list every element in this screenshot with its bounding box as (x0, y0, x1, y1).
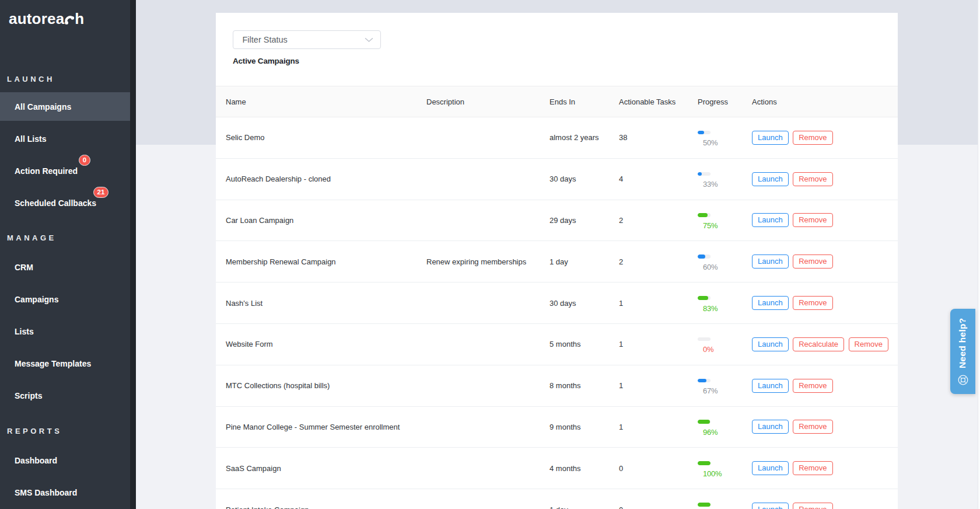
nav-section-launch: LAUNCH All Campaigns All Lists Action Re… (0, 75, 130, 217)
progress-track (698, 172, 710, 176)
remove-button[interactable]: Remove (793, 131, 832, 145)
launch-button[interactable]: Launch (752, 131, 789, 145)
recalculate-button[interactable]: Recalculate (793, 337, 844, 351)
sidebar-item-label: Dashboard (15, 456, 57, 465)
page-scrollbar[interactable] (978, 0, 980, 509)
progress-fill (698, 296, 708, 300)
badge-scheduled-callbacks: 21 (93, 187, 108, 198)
remove-button[interactable]: Remove (793, 213, 832, 227)
launch-button[interactable]: Launch (752, 461, 789, 475)
sidebar-item-label: Campaigns (15, 295, 58, 304)
logo-text-prefix: autorea (9, 10, 64, 28)
table-row: MTC Collections (hospital bills) 8 month… (216, 365, 898, 407)
nav-section-title-manage: MANAGE (7, 234, 130, 242)
sidebar-item-dashboard[interactable]: Dashboard (0, 446, 130, 475)
nav-section-manage: MANAGE CRM Campaigns Lists Message Templ… (0, 234, 130, 410)
sidebar-item-label: Action Required0 (15, 166, 78, 176)
launch-button[interactable]: Launch (752, 337, 789, 351)
progress-fill (698, 254, 705, 259)
cell-actions: LaunchRemove (748, 296, 898, 310)
badge-action-required: 0 (79, 155, 90, 166)
cell-ends-in: 30 days (550, 175, 619, 183)
cell-progress: 83% (698, 291, 748, 315)
sidebar-item-crm[interactable]: CRM (0, 253, 130, 281)
progress-indicator: 100% (698, 456, 748, 480)
progress-percent: 60% (703, 263, 718, 271)
cell-progress: 96% (698, 415, 748, 438)
sidebar-scrollbar[interactable] (130, 0, 136, 509)
progress-fill (698, 131, 704, 135)
launch-button[interactable]: Launch (752, 379, 789, 393)
sidebar-item-label: Scheduled Callbacks21 (15, 198, 96, 208)
progress-percent: 75% (703, 221, 718, 230)
progress-track (698, 337, 710, 341)
cell-actions: LaunchRemove (748, 131, 898, 145)
sidebar-item-message-templates[interactable]: Message Templates (0, 349, 130, 378)
sidebar-item-sms-dashboard[interactable]: SMS Dashboard (0, 478, 130, 507)
remove-button[interactable]: Remove (793, 379, 832, 393)
need-help-tab[interactable]: Need help? (950, 309, 975, 394)
launch-button[interactable]: Launch (752, 420, 789, 434)
launch-button[interactable]: Launch (752, 172, 789, 186)
cell-name: AutoReach Dealership - cloned (216, 175, 426, 183)
progress-indicator: 0% (698, 333, 748, 356)
sidebar-item-campaigns[interactable]: Campaigns (0, 285, 130, 313)
cell-actions: LaunchRemove (748, 420, 898, 434)
remove-button[interactable]: Remove (793, 420, 832, 434)
progress-percent: 33% (703, 180, 718, 189)
phone-handset-icon (65, 15, 74, 25)
progress-track (698, 254, 710, 259)
sidebar-item-all-campaigns[interactable]: All Campaigns (0, 92, 130, 121)
launch-button[interactable]: Launch (752, 296, 789, 310)
sidebar-item-scripts[interactable]: Scripts (0, 381, 130, 410)
sidebar-item-scheduled-callbacks[interactable]: Scheduled Callbacks21 (0, 189, 130, 217)
launch-button[interactable]: Launch (752, 213, 789, 227)
remove-button[interactable]: Remove (793, 461, 832, 475)
progress-track (698, 503, 710, 507)
cell-actionable-tasks: 2 (619, 257, 698, 266)
progress-track (698, 461, 710, 465)
sidebar-item-action-required[interactable]: Action Required0 (0, 156, 130, 185)
table-row: Car Loan Campaign 29 days 2 75% LaunchRe… (216, 200, 898, 242)
filter-status-value: Filter Status (243, 35, 288, 44)
remove-button[interactable]: Remove (793, 254, 832, 269)
lifebuoy-icon (958, 375, 968, 385)
cell-progress: 0% (698, 333, 748, 356)
remove-button[interactable]: Remove (793, 296, 832, 310)
sidebar-item-label: All Campaigns (15, 102, 71, 111)
campaigns-table: Name Description Ends In Actionable Task… (216, 86, 898, 509)
cell-actionable-tasks: 4 (619, 175, 698, 183)
campaigns-card: Filter Status Active Campaigns Name Desc… (216, 13, 898, 509)
launch-button[interactable]: Launch (752, 254, 789, 269)
remove-button[interactable]: Remove (849, 337, 888, 351)
progress-percent: 0% (703, 345, 713, 354)
cell-name: SaaS Campaign (216, 464, 426, 473)
progress-track (698, 131, 710, 135)
table-row: Patient Intake Campaign 1 day 0 100% Lau… (216, 489, 898, 509)
cell-ends-in: 29 days (550, 216, 619, 225)
sidebar-item-all-lists[interactable]: All Lists (0, 124, 130, 153)
sidebar-item-label: Lists (15, 327, 34, 336)
launch-button[interactable]: Launch (752, 503, 789, 509)
cell-name: Pine Manor College - Summer Semester enr… (216, 423, 426, 431)
cell-ends-in: 30 days (550, 299, 619, 308)
cell-actionable-tasks: 1 (619, 423, 698, 431)
cell-name: Nash's List (216, 299, 426, 308)
logo-text-suffix: h (75, 10, 84, 28)
column-header-actionable-tasks: Actionable Tasks (619, 97, 698, 106)
progress-indicator: 60% (698, 250, 748, 273)
remove-button[interactable]: Remove (793, 172, 832, 186)
progress-indicator: 67% (698, 374, 748, 398)
sidebar-item-lists[interactable]: Lists (0, 317, 130, 346)
progress-fill (698, 213, 708, 217)
progress-indicator: 83% (698, 291, 748, 315)
cell-actions: LaunchRemove (748, 503, 898, 509)
remove-button[interactable]: Remove (793, 503, 832, 509)
filter-status-select[interactable]: Filter Status (233, 30, 381, 49)
table-row: Website Form 5 months 1 0% LaunchRecalcu… (216, 324, 898, 365)
cell-actionable-tasks: 38 (619, 133, 698, 142)
need-help-label: Need help? (957, 318, 968, 368)
progress-track (698, 420, 710, 424)
page-title: Active Campaigns (233, 57, 898, 65)
progress-indicator: 50% (698, 126, 748, 149)
